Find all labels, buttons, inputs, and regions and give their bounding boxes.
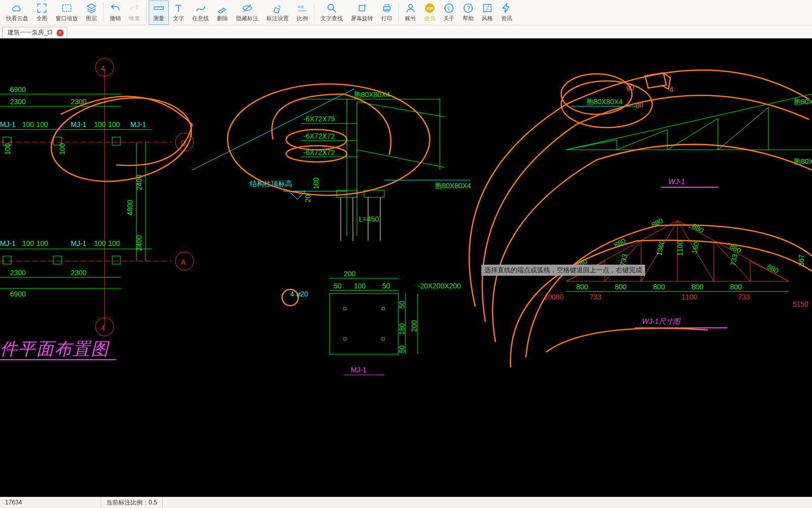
svg-text:733: 733 <box>590 293 602 301</box>
svg-point-152 <box>44 88 198 192</box>
svg-text:800: 800 <box>576 283 589 291</box>
svg-text:800: 800 <box>692 283 704 291</box>
svg-text:100: 100 <box>4 143 12 155</box>
svg-text:L=450: L=450 <box>359 215 379 223</box>
layers-icon <box>86 3 97 14</box>
svg-text:4 ⌀20: 4 ⌀20 <box>290 290 308 298</box>
svg-point-101 <box>343 337 346 341</box>
tool-account[interactable]: 账号 <box>401 1 420 25</box>
tool-style[interactable]: 风格 <box>478 1 497 25</box>
tool-rotate[interactable]: 屏幕旋转 <box>347 1 377 25</box>
tool-fullview[interactable]: 全图 <box>32 1 52 25</box>
svg-text:-6X72X79: -6X72X79 <box>303 115 335 123</box>
svg-text:A:B: A:B <box>298 5 304 9</box>
tool-undo[interactable]: 撤销 <box>106 1 125 25</box>
svg-text:6900: 6900 <box>10 86 26 94</box>
svg-text:胞80X80X4: 胞80X80X4 <box>587 98 623 106</box>
svg-text:i: i <box>448 5 449 12</box>
measure-icon <box>153 3 164 14</box>
main-toolbar: 快看云盘全图窗口缩放图层撤销恢复测量文字任意线删除隐藏标注标注设置A:B比例文字… <box>0 0 812 25</box>
scale-icon: A:B <box>297 3 308 14</box>
status-bar: 17634 当前标注比例：0.5 <box>0 497 812 508</box>
svg-text:100: 100 <box>354 282 366 290</box>
hideann-icon <box>242 3 253 14</box>
redo-icon <box>129 3 140 14</box>
cloud-icon <box>12 3 23 14</box>
svg-text:200: 200 <box>344 270 356 278</box>
wj1-dim-title: WJ-1尺寸图 <box>642 317 681 325</box>
tool-findtext[interactable]: 文字查找 <box>317 1 347 25</box>
tool-about[interactable]: i关于 <box>439 1 459 25</box>
mj1-detail-title: MJ-1 <box>351 366 367 374</box>
tool-hideann[interactable]: 隐藏标注 <box>232 1 262 25</box>
svg-text:100: 100 <box>94 239 106 247</box>
svg-rect-57 <box>3 256 11 264</box>
svg-line-6 <box>333 10 336 13</box>
tool-measure[interactable]: 测量 <box>149 1 169 25</box>
svg-text:180: 180 <box>398 323 406 335</box>
tool-news[interactable]: 资讯 <box>497 1 516 25</box>
svg-text:-20X200X200: -20X200X200 <box>418 282 461 290</box>
tool-freeline[interactable]: 任意线 <box>188 1 213 25</box>
svg-text:1360: 1360 <box>655 239 666 257</box>
svg-text:100: 100 <box>94 120 106 129</box>
svg-text:6900: 6900 <box>10 290 26 298</box>
svg-text:100: 100 <box>108 120 120 129</box>
document-tab[interactable]: 建筑一一泵房_t3 × <box>2 27 67 38</box>
undo-icon <box>110 3 121 14</box>
tool-scale[interactable]: A:B比例 <box>293 1 312 25</box>
svg-rect-59 <box>112 256 120 264</box>
style-icon <box>482 3 493 14</box>
svg-text:880: 880 <box>691 222 705 235</box>
svg-text:1100: 1100 <box>682 293 697 301</box>
svg-text:50: 50 <box>398 301 406 309</box>
close-icon[interactable]: × <box>57 29 64 36</box>
tool-help[interactable]: ?帮助 <box>459 1 478 25</box>
about-icon: i <box>443 3 455 14</box>
bubble-A: A <box>181 258 186 266</box>
tool-delete[interactable]: 删除 <box>213 1 232 25</box>
svg-text:MJ-1: MJ-1 <box>71 120 86 129</box>
tool-layers[interactable]: 图层 <box>82 1 101 25</box>
drawing-canvas[interactable]: 4 4 D A 6900 2300 2300 MJ-1 MJ-1 MJ-1 10… <box>0 38 812 494</box>
svg-rect-7 <box>359 6 365 11</box>
svg-text:4: 4 <box>669 86 673 94</box>
svg-text:733: 733 <box>738 293 750 301</box>
print-icon <box>381 3 392 14</box>
svg-rect-98 <box>330 293 398 354</box>
rotate-icon <box>356 3 368 14</box>
tool-annset[interactable]: 标注设置 <box>262 1 293 25</box>
svg-point-102 <box>382 337 385 341</box>
svg-text:5150: 5150 <box>793 300 808 308</box>
svg-text:2300: 2300 <box>10 98 26 106</box>
wj1-title: WJ-1 <box>668 178 685 186</box>
svg-text:2300: 2300 <box>10 269 26 277</box>
freeline-icon <box>195 3 206 14</box>
svg-text:胞80X80X4: 胞80X80X4 <box>435 182 471 190</box>
tool-print[interactable]: 打印 <box>377 1 396 25</box>
svg-text:733: 733 <box>729 253 739 266</box>
svg-text:20: 20 <box>304 194 312 202</box>
svg-text:100: 100 <box>36 120 49 129</box>
window-icon <box>61 3 72 14</box>
svg-point-99 <box>343 307 346 310</box>
svg-text:-6X72X72: -6X72X72 <box>303 132 335 140</box>
tool-window[interactable]: 窗口缩放 <box>52 1 82 25</box>
svg-rect-1 <box>154 7 163 10</box>
vip-icon: VIP <box>424 3 435 14</box>
svg-text:50: 50 <box>398 345 406 353</box>
tool-text[interactable]: 文字 <box>169 1 188 25</box>
drawing-svg: 4 4 D A 6900 2300 2300 MJ-1 MJ-1 MJ-1 10… <box>0 38 812 494</box>
svg-text:胞80X80X4: 胞80X80X4 <box>794 98 812 106</box>
svg-text:MJ-1: MJ-1 <box>71 239 86 247</box>
svg-point-100 <box>382 307 385 310</box>
tool-redo[interactable]: 恢复 <box>125 1 144 25</box>
tool-cloud[interactable]: 快看云盘 <box>2 1 32 25</box>
svg-text:100: 100 <box>58 143 66 155</box>
svg-rect-0 <box>63 5 71 12</box>
status-coord: 17634 <box>0 497 101 508</box>
svg-text:50: 50 <box>334 282 342 290</box>
svg-text:100: 100 <box>36 239 49 247</box>
svg-text:1100: 1100 <box>676 240 684 256</box>
tool-vip[interactable]: VIP会员 <box>420 1 439 25</box>
